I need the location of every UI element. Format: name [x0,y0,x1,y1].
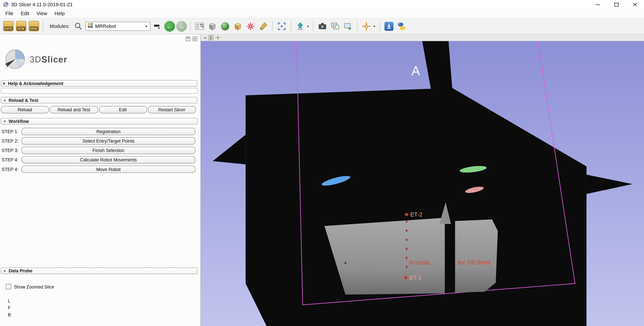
capture-frame-icon[interactable] [276,20,288,32]
expanded-arrow-icon: ▼ [3,99,6,102]
menu-help[interactable]: Help [51,9,68,18]
toolbar-separator [291,21,291,32]
toolbar-separator [357,21,357,32]
views-layout-icon[interactable] [194,20,205,32]
app-window: 3D Slicer 4.11.0-2019-01-21 File Edit Vi… [0,0,644,326]
section-data-probe[interactable]: ▼ Data Probe [1,267,198,274]
toolbar-separator [380,21,380,32]
reload-button[interactable]: Reload [1,106,49,114]
step-row: STEP 1: Registration [2,128,196,135]
titlebar: 3D Slicer 4.11.0-2019-01-21 [0,0,644,9]
scene-view-restore-icon[interactable] [342,20,354,32]
ruler-label-left: Annota [409,259,430,266]
float-panel-icon[interactable] [185,36,190,42]
probe-axis-l: L [8,297,200,304]
main-toolbar: DATA DCM SAVE Modules: MRRobot ▾ ← → [0,18,644,35]
dicom-icon[interactable]: DCM [15,20,26,32]
step-row: STEP 3: Finish Selection [2,147,196,154]
save-icon[interactable]: SAVE [28,20,39,32]
step-row: STEP 2: Select Entry/Target Points [2,137,196,145]
fiducial-point-et2[interactable] [405,213,408,216]
main-area: 3DSlicer ▶ Help & Acknowledgement ▼ Relo… [0,35,644,326]
toolbar-separator [313,21,314,32]
collapsed-arrow-icon: ▶ [3,82,6,85]
help-content-frame [1,88,198,94]
close-button[interactable] [626,0,644,9]
volume-wedge-left [213,135,246,164]
scene-views-icon[interactable] [330,20,341,32]
toolbar-separator [272,21,272,32]
orientation-label-anterior: A [412,64,420,78]
fiducial-label-et1: ET-1 [410,274,422,281]
restart-slicer-button[interactable]: Restart Slicer [148,106,196,114]
panel-corner-buttons [185,36,198,42]
extensions-manager-icon[interactable] [383,20,394,32]
view-label: 1 [208,35,214,40]
toolbar-separator [190,21,190,32]
volume-rendering-icon[interactable] [232,20,243,32]
module-panel: 3DSlicer ▶ Help & Acknowledgement ▼ Relo… [0,35,201,326]
phantom-speck [344,262,346,264]
probe-axis-b: B [8,311,200,318]
slicer-logo-icon [2,46,29,73]
chevron-down-icon[interactable]: ▾ [374,24,376,28]
menu-view[interactable]: View [33,9,51,18]
crosshair-icon[interactable] [361,20,372,32]
maximize-button[interactable] [607,0,626,9]
restore-views-icon[interactable] [294,20,306,32]
volumes-module-icon[interactable] [206,20,218,32]
module-back-icon[interactable]: ← [164,21,175,32]
section-reload-test[interactable]: ▼ Reload & Test [1,97,198,104]
module-forward-icon[interactable]: → [176,21,187,32]
edit-button[interactable]: Edit [99,106,147,114]
calculate-robot-movements-button[interactable]: Calculate Robot Movements [21,156,196,164]
render-3d-scene[interactable]: ET-2 ET-1 Annota ler 59.3mm A [201,41,644,326]
finish-selection-button[interactable]: Finish Selection [21,147,196,154]
view-pin-icon[interactable]: ◄ [203,36,206,40]
fiducial-label-et2: ET-2 [410,211,422,218]
load-data-icon[interactable]: DATA [2,20,14,32]
reload-buttons-row: Reload Reload and Test Edit Restart Slic… [1,106,196,114]
fiducial-point-et1[interactable] [404,276,408,279]
view-controller-bar: ◄ 1 [201,35,644,41]
show-zoomed-slice-checkbox[interactable]: Show Zoomed Slice [6,284,200,289]
chevron-down-icon[interactable]: ▾ [307,24,310,28]
close-panel-icon[interactable] [192,36,198,42]
python-console-icon[interactable] [396,20,407,32]
view-3d: ◄ 1 [201,35,644,326]
checkbox-box[interactable] [6,284,11,289]
select-entry-target-points-button[interactable]: Select Entry/Target Points [21,137,196,145]
toolbar-separator [43,21,43,32]
volume-wedge-right [586,175,632,194]
reload-and-test-button[interactable]: Reload and Test [50,106,98,114]
window-controls [588,0,644,9]
app-logo-icon [2,1,9,8]
scene-canvas: ET-2 ET-1 Annota ler 59.3mm A [201,41,644,326]
expanded-arrow-icon: ▼ [3,269,6,272]
editor-pen-icon[interactable] [258,20,269,32]
menu-file[interactable]: File [2,9,17,18]
module-search-icon[interactable] [72,20,84,32]
step-row: STEP 4: Move Robot [2,166,196,173]
module-history-icon[interactable] [152,20,163,32]
workflow-steps: STEP 1: Registration STEP 2: Select Entr… [0,128,200,173]
screenshot-camera-icon[interactable] [317,20,328,32]
section-help-acknowledgement[interactable]: ▶ Help & Acknowledgement [1,80,198,87]
section-workflow[interactable]: ▼ Workflow [1,118,198,124]
module-selector[interactable]: MRRobot ▾ [85,22,150,31]
annotations-snowflake-icon[interactable] [245,20,256,32]
view-controller-icon[interactable] [215,35,220,40]
registration-button[interactable]: Registration [21,128,196,135]
slicer-logo-text: 3DSlicer [30,55,68,64]
data-probe-axes: L F B [8,297,200,318]
models-module-icon[interactable] [219,20,230,32]
phantom-left [324,218,445,294]
menubar: File Edit View Help [0,9,644,18]
module-icon [88,22,93,30]
chevron-down-icon: ▾ [146,24,148,28]
probe-axis-f: F [8,304,200,311]
menu-edit[interactable]: Edit [17,9,33,18]
window-title: 3D Slicer 4.11.0-2019-01-21 [11,2,72,8]
minimize-button[interactable] [588,0,607,9]
move-robot-button[interactable]: Move Robot [21,166,196,173]
